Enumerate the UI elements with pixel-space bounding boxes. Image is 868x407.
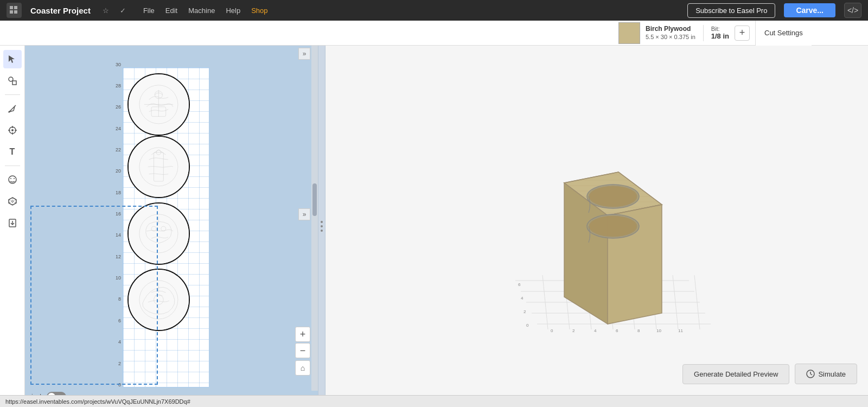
- canvas-board[interactable]: [123, 67, 209, 387]
- subscribe-button[interactable]: Subscribe to Easel Pro: [687, 3, 775, 18]
- svg-text:2: 2: [524, 309, 526, 314]
- svg-text:6: 6: [616, 328, 618, 333]
- nav-file[interactable]: File: [143, 7, 155, 15]
- clock-icon: [806, 370, 815, 378]
- svg-text:11: 11: [678, 328, 683, 333]
- expand-button[interactable]: </>: [844, 3, 861, 18]
- collapse-panel[interactable]: [318, 46, 326, 407]
- svg-text:0: 0: [526, 323, 529, 328]
- bit-info: Bit: 1/8 in: [711, 26, 729, 40]
- collapse-dot1: [321, 221, 323, 223]
- top-nav: File Edit Machine Help Shop: [143, 7, 268, 15]
- material-info: Birch Plywood 5.5 × 30 × 0.375 in: [646, 25, 695, 41]
- url-bar: https://easel.inventables.com/projects/w…: [0, 395, 868, 407]
- divider1: [703, 25, 704, 41]
- action-buttons: Generate Detailed Preview Simulate: [682, 364, 857, 384]
- material-dims: 5.5 × 30 × 0.375 in: [646, 33, 695, 41]
- svg-point-55: [589, 215, 637, 237]
- svg-rect-6: [12, 81, 16, 85]
- expand-arrows: »: [298, 48, 310, 60]
- canvas-area[interactable]: 0 2 4 6 8 10 12 14 16 18 20 22 24 26 28 …: [25, 46, 318, 407]
- svg-point-7: [8, 111, 10, 113]
- zoom-out-button[interactable]: −: [295, 343, 310, 358]
- nav-machine[interactable]: Machine: [188, 7, 215, 15]
- svg-text:4: 4: [594, 328, 597, 333]
- svg-text:10: 10: [656, 328, 661, 333]
- coaster-3[interactable]: [127, 202, 190, 265]
- vscroll-thumb[interactable]: [312, 183, 317, 216]
- svg-point-24: [139, 148, 178, 186]
- svg-text:8: 8: [637, 328, 640, 333]
- expand-middle-arrow[interactable]: »: [298, 208, 310, 220]
- material-swatch: [618, 22, 640, 44]
- left-toolbar: T: [0, 46, 25, 407]
- text-tool-icon: T: [10, 147, 15, 157]
- nav-shop[interactable]: Shop: [251, 7, 267, 15]
- coaster-4[interactable]: [127, 269, 190, 331]
- tool-separator2: [5, 166, 20, 166]
- emoji-tool-button[interactable]: [3, 170, 22, 189]
- app-icon[interactable]: [7, 3, 22, 18]
- svg-rect-0: [10, 6, 13, 9]
- check-icon[interactable]: ✓: [120, 7, 126, 15]
- main-layout: T 0 2 4 6 8 10 12 14 16 18 20 22 24: [0, 46, 868, 407]
- nav-help[interactable]: Help: [226, 7, 240, 15]
- collapse-dot3: [321, 230, 323, 232]
- preview-area: 0 2 4 6 8 10 11 0 2 4 6 Gene: [326, 46, 868, 407]
- svg-text:2: 2: [572, 328, 575, 333]
- generate-preview-button[interactable]: Generate Detailed Preview: [682, 364, 789, 384]
- 3d-preview: 0 2 4 6 8 10 11 0 2 4 6: [494, 139, 700, 313]
- carve-button[interactable]: Carve...: [784, 3, 835, 17]
- shape-tool-button[interactable]: [3, 72, 22, 90]
- zoom-controls: + − ⌂: [295, 327, 310, 376]
- svg-text:0: 0: [551, 328, 553, 333]
- text-tool-button[interactable]: T: [3, 143, 22, 161]
- tool-separator1: [5, 94, 20, 95]
- svg-rect-2: [10, 10, 13, 14]
- collapse-dot2: [321, 225, 323, 227]
- svg-rect-3: [14, 10, 17, 14]
- select-tool-button[interactable]: [3, 50, 22, 68]
- simulate-button[interactable]: Simulate: [795, 364, 857, 384]
- nav-edit[interactable]: Edit: [165, 7, 177, 15]
- 3d-tool-button[interactable]: [3, 192, 22, 211]
- svg-point-53: [589, 186, 637, 207]
- import-tool-button[interactable]: [3, 214, 22, 232]
- svg-rect-1: [14, 6, 17, 9]
- star-icon[interactable]: ☆: [103, 7, 109, 15]
- coaster-2[interactable]: [127, 136, 190, 198]
- svg-text:6: 6: [518, 282, 521, 287]
- cut-settings-button[interactable]: Cut Settings: [755, 21, 812, 46]
- svg-point-9: [11, 129, 14, 131]
- svg-point-15: [10, 178, 11, 179]
- materialbar: Birch Plywood 5.5 × 30 × 0.375 in Bit: 1…: [0, 21, 868, 46]
- y-ruler: 0 2 4 6 8 10 12 14 16 18 20 22 24 26 28 …: [109, 67, 122, 387]
- expand-left-arrow[interactable]: »: [298, 48, 310, 60]
- svg-point-16: [14, 178, 15, 179]
- svg-text:4: 4: [521, 296, 524, 301]
- simulate-label: Simulate: [818, 370, 846, 378]
- svg-line-70: [810, 374, 812, 375]
- url-text: https://easel.inventables.com/projects/w…: [5, 398, 190, 405]
- home-button[interactable]: ⌂: [295, 360, 310, 376]
- zoom-in-button[interactable]: +: [295, 327, 310, 342]
- svg-rect-25: [154, 152, 164, 181]
- material-name: Birch Plywood: [646, 25, 695, 34]
- vertical-scrollbar[interactable]: [311, 46, 318, 391]
- add-button[interactable]: +: [735, 26, 750, 41]
- svg-point-32: [154, 295, 164, 305]
- svg-marker-4: [9, 55, 15, 63]
- bit-value: 1/8 in: [711, 32, 729, 40]
- bit-label: Bit:: [711, 26, 720, 32]
- target-tool-button[interactable]: [3, 121, 22, 139]
- pen-tool-button[interactable]: [3, 99, 22, 118]
- project-title: Coaster Project: [30, 6, 91, 15]
- coaster-1[interactable]: [127, 73, 190, 136]
- topbar: Coaster Project ☆ ✓ File Edit Machine He…: [0, 0, 868, 21]
